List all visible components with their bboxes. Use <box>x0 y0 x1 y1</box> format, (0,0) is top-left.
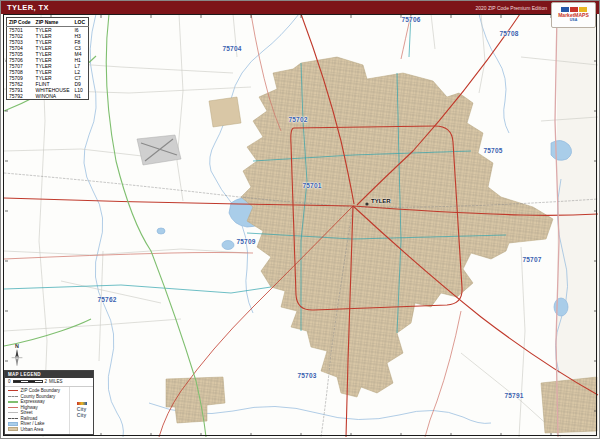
highway-swatch <box>8 407 18 408</box>
table-row: 75707TYLERL7 <box>7 63 89 69</box>
zip-name-cell: WINONA <box>34 93 73 100</box>
brand-tagline: USA <box>570 19 577 23</box>
zip-name-cell: WHITEHOUSE <box>34 87 73 93</box>
legend-label: Expressway <box>21 399 45 404</box>
zip-label: 75707 <box>522 256 541 263</box>
table-row: 75704TYLERC3 <box>7 45 89 51</box>
water-swatch <box>8 422 18 426</box>
table-row: 75791WHITEHOUSEL10 <box>7 87 89 93</box>
city-logo-mark <box>77 402 87 405</box>
table-row: 75762FLINTD9 <box>7 81 89 87</box>
table-row: 75701TYLERI6 <box>7 26 89 33</box>
table-row: 75705TYLERM4 <box>7 51 89 57</box>
scale-tick: 0 <box>8 379 11 384</box>
scale-bar: 0 2 MILES <box>5 378 93 387</box>
legend-label: Highway <box>21 405 38 410</box>
zip-label: 75704 <box>222 45 241 52</box>
legend-label: Street <box>21 410 33 415</box>
legend-label: Urban Area <box>21 427 44 432</box>
legend-title: MAP LEGEND <box>5 371 93 378</box>
table-row: 75703TYLERF8 <box>7 39 89 45</box>
title-bar: TYLER, TX 2020 ZIP Code Premium Edition <box>1 1 599 14</box>
legend-items: ZIP Code Boundary County Boundary Expres… <box>5 387 69 435</box>
map-page: 75706 75708 75704 75702 75705 75701 7570… <box>0 0 600 439</box>
airport-icon <box>137 135 181 165</box>
county-margin <box>557 14 598 437</box>
brand-logo: MarketMAPS USA <box>551 2 596 28</box>
legend-label: Railroad <box>21 416 38 421</box>
zip-boundary-swatch <box>8 390 18 391</box>
table-row: 75706TYLERH1 <box>7 57 89 63</box>
map-title: TYLER, TX <box>7 3 49 12</box>
zip-label: 75706 <box>401 16 420 23</box>
col-zip-code: ZIP Code <box>7 18 34 27</box>
col-loc: LOC <box>72 18 88 27</box>
legend-label: River / Lake <box>21 421 45 426</box>
scale-bar-segments <box>13 380 43 383</box>
zip-label: 75705 <box>483 147 502 154</box>
railroad-swatch <box>8 418 18 419</box>
scale-unit-label: MILES <box>49 379 63 384</box>
zip-label: 75762 <box>97 296 116 303</box>
zip-code-cell: 75792 <box>7 93 34 100</box>
city-logo-text: City <box>77 412 86 418</box>
table-row: 75702TYLERH3 <box>7 33 89 39</box>
compass-north-label: N <box>15 343 19 349</box>
zip-label: 75708 <box>499 30 518 37</box>
zip-label: 75703 <box>297 372 316 379</box>
loc-cell: N1 <box>72 93 88 100</box>
zip-label: 75709 <box>236 238 255 245</box>
legend-row: Urban Area <box>8 427 66 433</box>
scale-tick: 2 <box>45 379 48 384</box>
city-logo: City City <box>69 387 93 435</box>
city-marker <box>365 202 368 205</box>
legend-label: County Boundary <box>21 394 56 399</box>
zip-label: 75791 <box>504 392 523 399</box>
city-label-tyler: TYLER <box>371 198 391 204</box>
legend-label: ZIP Code Boundary <box>21 388 60 393</box>
street-swatch <box>8 412 18 413</box>
expressway-swatch <box>8 401 18 403</box>
zip-label: 75702 <box>288 116 307 123</box>
zip-code-table: ZIP Code ZIP Name LOC 75701TYLERI6 75702… <box>6 17 89 100</box>
table-header-row: ZIP Code ZIP Name LOC <box>7 18 89 27</box>
compass-rose: N <box>8 342 26 368</box>
col-zip-name: ZIP Name <box>34 18 73 27</box>
map-legend: MAP LEGEND 0 2 MILES ZIP Code Boundary C… <box>4 370 94 436</box>
zip-label: 75701 <box>302 182 321 189</box>
table-row: 75709TYLERC7 <box>7 75 89 81</box>
table-row: 75708TYLERL2 <box>7 69 89 75</box>
urban-area-swatch <box>8 427 18 431</box>
table-row: 75792WINONAN1 <box>7 93 89 100</box>
edition-label: 2020 ZIP Code Premium Edition <box>475 5 547 11</box>
county-boundary-swatch <box>8 396 18 397</box>
